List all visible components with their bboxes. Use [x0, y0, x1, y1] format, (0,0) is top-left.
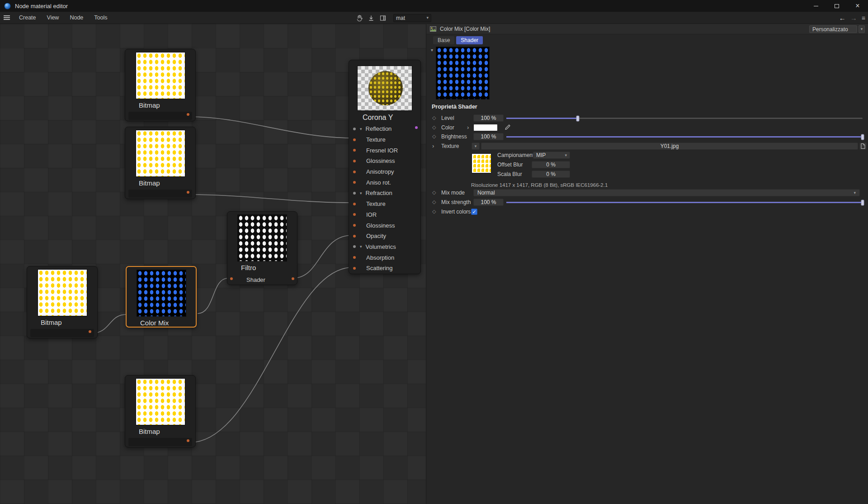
brightness-value-field[interactable]: 100 % — [473, 133, 504, 140]
node-color-mix[interactable]: Color Mix — [126, 266, 197, 328]
texture-options-dropdown[interactable]: ▾ — [472, 143, 480, 150]
input-port[interactable] — [353, 267, 356, 270]
scala-blur-field[interactable]: 0 % — [532, 171, 570, 178]
input-port[interactable] — [353, 160, 356, 162]
collapse-triangle-icon[interactable]: ▾ — [360, 191, 362, 195]
invert-colors-checkbox[interactable]: ✓ — [471, 209, 477, 215]
node-bitmap-1[interactable]: Bitmap — [125, 49, 196, 121]
corona-row-reflection[interactable]: ▾ Reflection — [349, 124, 420, 134]
output-port[interactable] — [187, 439, 189, 442]
slider-handle[interactable] — [861, 134, 864, 140]
input-port[interactable] — [230, 277, 233, 280]
brightness-slider[interactable] — [506, 136, 863, 138]
pan-hand-icon[interactable] — [355, 14, 363, 22]
input-port[interactable] — [353, 149, 356, 152]
field-label: Offset Blur — [497, 162, 523, 168]
keyframe-diamond-icon[interactable]: ◇ — [432, 115, 436, 121]
color-swatch[interactable] — [473, 124, 498, 131]
node-bitmap-2[interactable]: Bitmap — [125, 127, 196, 199]
level-slider[interactable] — [506, 118, 863, 119]
menu-view[interactable]: View — [42, 12, 65, 24]
mix-mode-dropdown[interactable]: Normal ▾ — [473, 189, 860, 196]
browse-file-button[interactable] — [859, 143, 867, 150]
input-port[interactable] — [353, 203, 356, 205]
node-corona-y[interactable]: Corona Y ▾ Reflection Texture Fresnel IO… — [349, 60, 421, 274]
corona-row-opacity[interactable]: Opacity — [349, 231, 420, 242]
output-port[interactable] — [187, 113, 189, 116]
corona-row-anisotropy[interactable]: Anisotropy — [349, 166, 420, 177]
texture-file-field[interactable]: Y01.jpg — [481, 143, 858, 150]
output-port[interactable] — [89, 330, 91, 333]
input-port[interactable] — [353, 235, 356, 238]
minimize-button[interactable] — [806, 0, 826, 12]
corona-row-absorption[interactable]: Absorption — [349, 252, 420, 263]
corona-row-refraction-texture[interactable]: Texture — [349, 199, 420, 209]
input-port[interactable] — [353, 256, 356, 259]
output-port[interactable] — [292, 277, 294, 280]
wire-colormix-to-filtro[interactable] — [198, 278, 228, 314]
keyframe-diamond-icon[interactable]: ◇ — [432, 124, 436, 130]
mix-strength-slider[interactable] — [506, 202, 863, 203]
keyframe-diamond-icon[interactable]: ◇ — [432, 133, 436, 139]
keyframe-diamond-icon[interactable]: ◇ — [432, 209, 436, 214]
slider-handle[interactable] — [861, 200, 864, 205]
node-graph-canvas[interactable]: Bitmap Bitmap Filtro Shader — [0, 24, 426, 504]
import-arrow-icon[interactable] — [367, 14, 375, 22]
texture-expander-icon[interactable]: › — [432, 143, 434, 149]
keyframe-diamond-icon[interactable]: ◇ — [432, 190, 436, 195]
corona-row-aniso-rot[interactable]: Aniso rot. — [349, 177, 420, 188]
input-port[interactable] — [353, 224, 356, 227]
input-port[interactable] — [353, 245, 356, 248]
menu-tools[interactable]: Tools — [89, 12, 113, 24]
preset-dropdown[interactable]: Personalizzato — [809, 25, 857, 33]
output-port[interactable] — [187, 191, 189, 194]
output-port[interactable] — [415, 126, 418, 129]
corona-row-refraction-glossiness[interactable]: Glossiness — [349, 220, 420, 231]
close-button[interactable]: × — [847, 0, 868, 12]
color-picker-pencil-icon[interactable] — [504, 124, 511, 131]
material-dropdown[interactable]: mat ▾ — [393, 14, 431, 22]
node-bitmap-3[interactable]: Bitmap — [27, 266, 98, 338]
mix-strength-value-field[interactable]: 100 % — [473, 199, 504, 206]
corona-row-volumetrics[interactable]: ▾ Volumetrics — [349, 242, 420, 252]
collapse-chevron-icon[interactable]: ▾ — [431, 48, 433, 52]
corona-row-scattering[interactable]: Scattering — [349, 263, 420, 274]
wire-bitmap1-to-corona[interactable] — [190, 117, 352, 138]
collapse-triangle-icon[interactable]: ▾ — [360, 244, 362, 249]
input-port[interactable] — [353, 181, 356, 184]
maximize-button[interactable] — [826, 0, 847, 12]
corona-row-reflection-texture[interactable]: Texture — [349, 134, 420, 145]
panel-menu-icon[interactable]: ≡ — [862, 14, 865, 22]
input-port[interactable] — [353, 171, 356, 173]
tab-shader[interactable]: Shader — [456, 36, 483, 44]
hamburger-menu-icon[interactable] — [0, 15, 14, 20]
port-strip — [128, 190, 192, 198]
preset-dropdown-arrow[interactable]: ▾ — [859, 25, 865, 33]
corona-row-ior[interactable]: IOR — [349, 209, 420, 220]
slider-handle[interactable] — [576, 115, 579, 121]
menu-node[interactable]: Node — [64, 12, 89, 24]
level-value-field[interactable]: 100 % — [473, 114, 504, 122]
offset-blur-field[interactable]: 0 % — [532, 161, 570, 168]
wire-bitmap2-to-corona[interactable] — [190, 195, 352, 203]
shader-preview-image — [436, 47, 490, 100]
history-forward-icon[interactable]: → — [850, 14, 857, 22]
wire-filtro-to-corona[interactable] — [292, 235, 352, 278]
keyframe-diamond-icon[interactable]: ◇ — [432, 199, 436, 205]
menu-create[interactable]: Create — [14, 12, 42, 24]
node-filtro[interactable]: Filtro Shader — [227, 211, 297, 285]
input-port[interactable] — [353, 138, 356, 141]
corona-row-glossiness[interactable]: Glossiness — [349, 156, 420, 166]
input-port[interactable] — [353, 192, 356, 195]
input-port[interactable] — [353, 128, 356, 130]
split-panel-icon[interactable] — [379, 14, 387, 22]
collapse-triangle-icon[interactable]: ▾ — [360, 127, 362, 131]
campionamento-dropdown[interactable]: MIP ▾ — [533, 152, 570, 159]
input-port[interactable] — [353, 213, 356, 216]
tab-base[interactable]: Base — [433, 36, 454, 44]
node-bitmap-4[interactable]: Bitmap — [125, 375, 196, 447]
corona-row-refraction[interactable]: ▾ Refraction — [349, 188, 420, 199]
color-expander-icon[interactable]: › — [467, 124, 469, 131]
history-back-icon[interactable]: ← — [839, 14, 846, 22]
corona-row-fresnel-ior[interactable]: Fresnel IOR — [349, 145, 420, 156]
